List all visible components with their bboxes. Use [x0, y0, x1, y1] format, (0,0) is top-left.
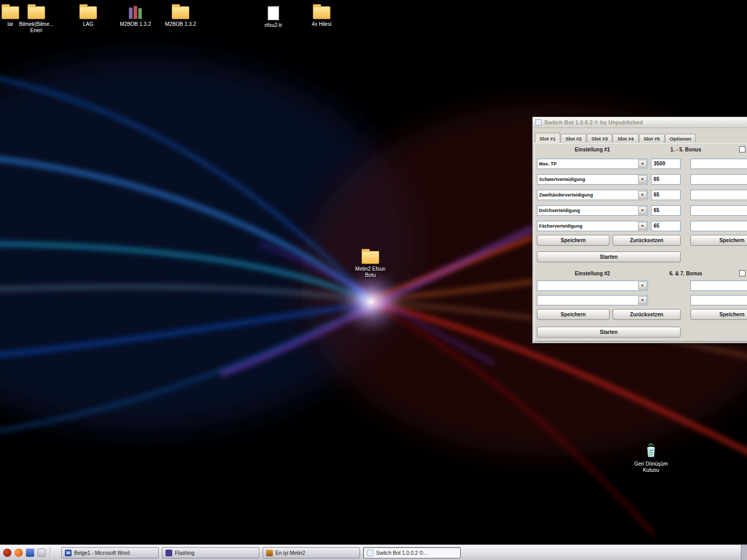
section2-bonus-checkbox[interactable]	[739, 270, 745, 276]
icon-label: nfsu2-tr	[251, 22, 296, 29]
word-icon: W	[65, 550, 72, 556]
bonus-field[interactable]	[690, 190, 747, 200]
task-label: Flashing	[175, 550, 195, 556]
tab-slot-5[interactable]: Slot #5	[639, 134, 665, 143]
chevron-down-icon[interactable]: ▼	[638, 206, 647, 215]
tab-slot-1[interactable]: Slot #1	[535, 133, 560, 143]
bonus-field[interactable]	[690, 281, 747, 291]
taskbar-button-metin2[interactable]: En iyi Metin2	[262, 547, 360, 558]
combo-selected-value: Dolchverteidigung	[537, 208, 638, 213]
section1-bonus-checkbox[interactable]	[739, 146, 745, 152]
system-tray[interactable]	[741, 545, 747, 560]
folder-icon	[79, 6, 97, 19]
icon-label: Bilmek(Bilme... Eneri	[13, 21, 59, 34]
quicklaunch-icon-4[interactable]	[37, 549, 46, 557]
bonus-field[interactable]	[690, 205, 747, 216]
bonus-save-button[interactable]: Speichern	[690, 309, 747, 320]
recycle-bin-icon	[643, 442, 659, 459]
value-field[interactable]: 65	[651, 205, 681, 216]
desktop-icon-nfsu2[interactable]: nfsu2-tr	[251, 5, 296, 29]
tab-optionen[interactable]: Optionen	[665, 134, 696, 143]
file-icon	[268, 6, 279, 20]
combo-selected-value: Schwertverteidigung	[537, 177, 638, 182]
folder-icon	[362, 251, 379, 264]
folder-icon	[27, 6, 45, 19]
icon-label: LAG	[65, 21, 111, 27]
chevron-down-icon[interactable]: ▼	[638, 175, 647, 184]
option-combobox[interactable]: ▼	[537, 295, 648, 305]
chevron-down-icon[interactable]: ▼	[638, 296, 647, 304]
chevron-down-icon[interactable]: ▼	[638, 222, 647, 230]
taskbar-separator	[50, 547, 50, 558]
option-combobox[interactable]: Dolchverteidigung ▼	[537, 205, 648, 216]
icon-label: 4x Hilesi	[299, 21, 344, 27]
value-field[interactable]: 3500	[651, 159, 681, 169]
taskbar: W Belge1 - Microsoft Word Flashing En iy…	[0, 544, 747, 560]
save-button[interactable]: Speichern	[537, 309, 610, 320]
quicklaunch-icon-1[interactable]	[3, 549, 11, 557]
tab-slot-4[interactable]: Slot #4	[613, 134, 638, 143]
option-combobox[interactable]: Max. TP ▼	[537, 159, 648, 169]
tab-slot-2[interactable]: Slot #2	[561, 134, 586, 143]
window-title: Switch Bot 1.0.0.2 © by Unpublished	[544, 119, 643, 125]
start-button[interactable]: Starten	[537, 251, 681, 262]
reset-button[interactable]: Zurücksetzen	[613, 235, 681, 246]
combo-selected-value: Zweihänderverteidigung	[537, 192, 638, 198]
option-combobox[interactable]: Schwertverteidigung ▼	[537, 174, 648, 185]
value-field[interactable]: 65	[651, 190, 681, 200]
chevron-down-icon[interactable]: ▼	[638, 191, 647, 199]
combo-selected-value: Max. TP	[537, 161, 638, 166]
app-icon	[535, 119, 542, 125]
bonus-field[interactable]	[690, 159, 747, 169]
bonus-field[interactable]	[690, 295, 747, 305]
icon-label: Metin2 Efsun Botu	[348, 266, 393, 278]
desktop-icon-lag[interactable]: LAG	[65, 4, 111, 27]
option-combobox[interactable]: ▼	[537, 281, 648, 291]
desktop-icon-m2bob-folder[interactable]: M2BOB 1.3.2	[158, 4, 203, 27]
desktop-icon-m2bob-archive[interactable]: M2BOB 1.3.2	[113, 4, 158, 27]
quicklaunch-icon-2[interactable]	[15, 549, 23, 557]
flashing-icon	[165, 550, 172, 556]
chevron-down-icon[interactable]: ▼	[638, 160, 647, 168]
taskbar-button-word[interactable]: W Belge1 - Microsoft Word	[61, 547, 159, 558]
section1-heading: Einstellung #1	[537, 147, 648, 152]
section1-bonus-heading: 1. - 5. Bonus	[652, 147, 720, 152]
desktop-icon-4x-hilesi[interactable]: 4x Hilesi	[299, 4, 344, 27]
switch-bot-window: Switch Bot 1.0.0.2 © by Unpublished Slot…	[532, 117, 747, 343]
desktop-icon-metin2-efsun-botu[interactable]: Metin2 Efsun Botu	[348, 249, 393, 278]
folder-icon	[313, 6, 330, 19]
tab-slot-3[interactable]: Slot #3	[587, 134, 612, 143]
switch-bot-icon	[367, 550, 374, 556]
chevron-down-icon[interactable]: ▼	[638, 282, 647, 290]
task-label: Belge1 - Microsoft Word	[74, 550, 130, 556]
winrar-archive-icon	[128, 5, 143, 19]
section2-bonus-heading: 6. & 7. Bonus	[652, 271, 720, 276]
bonus-field[interactable]	[690, 221, 747, 231]
value-field[interactable]: 65	[651, 221, 681, 231]
metin2-icon	[266, 550, 273, 556]
task-label: En iyi Metin2	[275, 550, 305, 556]
value-field[interactable]: 65	[651, 174, 681, 185]
quicklaunch-icon-3[interactable]	[26, 549, 34, 557]
option-combobox[interactable]: Fächerverteidigung ▼	[537, 221, 648, 231]
icon-label: M2BOB 1.3.2	[113, 21, 158, 27]
combo-selected-value: Fächerverteidigung	[537, 223, 638, 229]
slot-tabs: Slot #1 Slot #2 Slot #3 Slot #4 Slot #5 …	[535, 134, 696, 143]
save-button[interactable]: Speichern	[537, 235, 610, 246]
icon-label: M2BOB 1.3.2	[158, 21, 203, 27]
icon-label: Geri Dönüşüm Kutusu	[628, 461, 674, 473]
taskbar-button-flashing[interactable]: Flashing	[162, 547, 259, 558]
desktop-icon-recycle-bin[interactable]: Geri Dönüşüm Kutusu	[628, 442, 674, 473]
window-titlebar[interactable]: Switch Bot 1.0.0.2 © by Unpublished	[533, 117, 747, 128]
task-label: Switch Bot 1.0.0.2 ©...	[376, 550, 427, 556]
bonus-field[interactable]	[690, 174, 747, 185]
folder-icon	[172, 6, 189, 19]
desktop-icon-bilmek[interactable]: Bilmek(Bilme... Eneri	[13, 4, 59, 34]
reset-button[interactable]: Zurücksetzen	[613, 309, 681, 320]
start-button[interactable]: Starten	[537, 327, 681, 338]
section2-heading: Einstellung #2	[537, 271, 648, 276]
bonus-save-button[interactable]: Speichern	[690, 235, 747, 246]
taskbar-button-switch-bot[interactable]: Switch Bot 1.0.0.2 ©...	[363, 547, 461, 558]
option-combobox[interactable]: Zweihänderverteidigung ▼	[537, 190, 648, 200]
